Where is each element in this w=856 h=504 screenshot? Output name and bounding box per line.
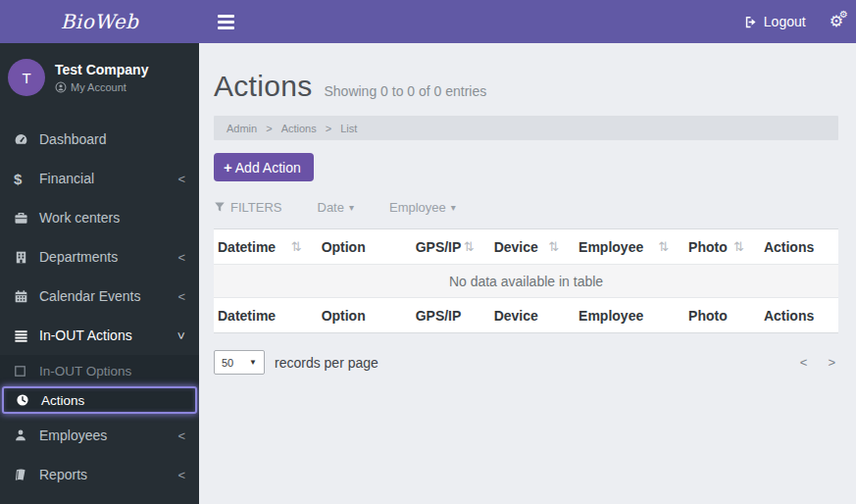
logout-button[interactable]: Logout [743,14,806,29]
brand-logo[interactable]: BioWeb [0,10,199,33]
chevron-left-icon [177,290,185,303]
user-circle-icon [55,81,67,93]
sidebar-item-calendar-events[interactable]: Calendar Events [0,277,199,316]
sidebar-item-in-out-actions[interactable]: In-OUT Actions [0,316,199,355]
footer-gps-ip: GPS/IP [412,298,490,333]
column-header-datetime[interactable]: Datetime⇅ [214,229,318,265]
book-icon [14,468,39,482]
breadcrumb-actions[interactable]: Actions [281,123,317,134]
dollar-icon: $ [14,171,39,187]
column-header-device[interactable]: Device⇅ [490,229,575,265]
footer-photo: Photo [684,298,760,333]
sort-icon[interactable]: ⇅ [291,239,302,254]
sidebar-item-dashboard[interactable]: Dashboard [0,120,199,159]
plus-icon: + [224,159,232,176]
filters-bar: FILTERS Date Employee [214,196,838,218]
sidebar-item-reports[interactable]: Reports [0,455,199,494]
sidebar-menu: Dashboard $ Financial Work centers [0,120,199,494]
top-bar: BioWeb Logout ⚙⚙ [0,0,856,43]
empty-table-row: No data available in table [214,265,838,298]
sidebar-item-departments[interactable]: Departments [0,237,199,277]
records-per-page-select[interactable]: 50 [214,350,265,375]
sort-icon[interactable]: ⇅ [548,239,559,254]
entries-summary: Showing 0 to 0 of 0 entries [324,83,486,99]
footer-device: Device [490,298,575,333]
sidebar-item-employees[interactable]: Employees [0,416,199,455]
table-controls: 50 records per page < > [214,350,838,375]
footer-actions: Actions [760,298,838,333]
sort-icon[interactable]: ⇅ [658,239,669,254]
date-filter-dropdown[interactable]: Date [318,200,355,215]
breadcrumb-separator: > [266,123,272,134]
chevron-left-icon [177,429,185,442]
logout-label: Logout [764,14,806,29]
sort-icon[interactable]: ⇅ [733,239,744,254]
person-icon [14,428,39,442]
footer-datetime: Datetime [214,298,318,333]
sidebar-subitem-in-out-options[interactable]: In-OUT Options [0,356,199,385]
breadcrumb-separator: > [326,123,331,134]
topbar-right: Logout ⚙⚙ [743,14,856,29]
sign-out-icon [743,15,758,29]
sidebar-item-work-centers[interactable]: Work centers [0,198,199,237]
main-content: Actions Showing 0 to 0 of 0 entries Admi… [199,43,856,504]
building-icon [14,250,39,265]
breadcrumb: Admin > Actions > List [214,116,838,140]
column-header-gps-ip[interactable]: GPS/IP⇅ [412,229,490,265]
table-footer-row: Datetime Option GPS/IP Device Employee P… [214,298,838,333]
in-out-actions-submenu: In-OUT Options Actions [0,355,199,416]
company-name: Test Company [55,62,148,77]
column-header-option[interactable]: Option [318,229,412,265]
footer-employee: Employee [575,298,684,333]
empty-table-message: No data available in table [214,265,838,298]
pagination-prev[interactable]: < [800,355,808,370]
briefcase-icon [14,211,39,226]
sort-icon[interactable]: ⇅ [464,239,475,254]
actions-table: Datetime⇅ Option GPS/IP⇅ Device⇅ Employe… [214,228,838,333]
add-action-button[interactable]: + Add Action [214,153,314,181]
chevron-down-icon [176,331,188,339]
records-per-page-label: records per page [275,355,378,371]
user-panel: T Test Company My Account [0,43,199,114]
hamburger-menu-icon[interactable] [214,11,238,33]
list-icon [14,328,39,343]
page-title: Actions [214,70,312,103]
column-header-photo[interactable]: Photo⇅ [684,229,760,265]
employee-filter-dropdown[interactable]: Employee [389,200,456,215]
clock-icon [16,393,41,407]
sidebar-subitem-actions[interactable]: Actions [2,386,197,414]
filters-toggle[interactable]: FILTERS [214,200,282,215]
gears-icon[interactable]: ⚙⚙ [830,14,843,29]
breadcrumb-admin[interactable]: Admin [227,123,257,134]
calendar-icon [14,289,39,304]
page-head: Actions Showing 0 to 0 of 0 entries [214,70,838,103]
chevron-left-icon [177,469,185,481]
breadcrumb-list: List [340,123,357,134]
footer-option: Option [318,298,412,333]
column-header-actions[interactable]: Actions [760,229,838,265]
chevron-left-icon [177,173,185,185]
chevron-left-icon [177,251,185,264]
column-header-employee[interactable]: Employee⇅ [575,229,684,265]
dashboard-gauge-icon [14,132,39,147]
funnel-icon [214,201,226,213]
my-account-link[interactable]: My Account [55,81,148,93]
square-outline-icon [14,365,39,378]
pagination-next[interactable]: > [828,355,835,370]
table-header-row: Datetime⇅ Option GPS/IP⇅ Device⇅ Employe… [214,229,838,265]
sidebar: T Test Company My Account [0,43,199,504]
pagination: < > [800,355,838,370]
avatar: T [8,59,45,96]
sidebar-item-financial[interactable]: $ Financial [0,159,199,198]
